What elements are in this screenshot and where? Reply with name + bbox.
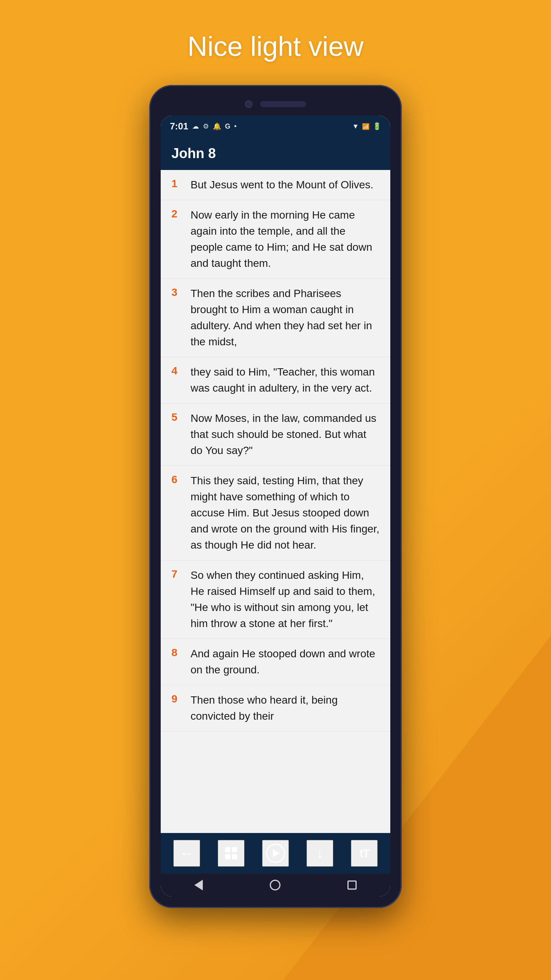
verse-item[interactable]: 5Now Moses, in the law, commanded us tha… [161, 403, 390, 466]
verse-text: And again He stooped down and wrote on t… [191, 646, 380, 678]
phone-top-bar [161, 96, 390, 116]
verse-item[interactable]: 4they said to Him, "Teacher, this woman … [161, 357, 390, 403]
wifi-icon: ▼ [352, 122, 359, 131]
camera-icon [245, 100, 253, 108]
system-nav [161, 874, 390, 897]
grid-icon [225, 847, 237, 859]
speaker-slot [260, 101, 306, 107]
settings-icon: ⚙ [203, 122, 209, 131]
notification-icon: 🔔 [213, 122, 221, 131]
verse-number: 2 [171, 207, 183, 220]
verse-text: they said to Him, "Teacher, this woman w… [191, 364, 380, 396]
verse-text: Now Moses, in the law, commanded us that… [191, 410, 380, 459]
verse-text: Now early in the morning He came again i… [191, 207, 380, 271]
font-size-icon: tT [360, 847, 369, 860]
system-recents-button[interactable] [347, 880, 357, 890]
verse-text: So when they continued asking Him, He ra… [191, 567, 380, 632]
content-area[interactable]: 1But Jesus went to the Mount of Olives.2… [161, 170, 390, 833]
verse-number: 6 [171, 473, 183, 486]
system-back-icon [194, 880, 203, 890]
verse-number: 4 [171, 364, 183, 377]
verse-item[interactable]: 2Now early in the morning He came again … [161, 200, 390, 279]
verse-text: But Jesus went to the Mount of Olives. [191, 177, 380, 193]
grid-button[interactable] [218, 840, 245, 867]
battery-icon: 🔋 [373, 122, 381, 131]
verse-item[interactable]: 1But Jesus went to the Mount of Olives. [161, 170, 390, 200]
verse-text: This they said, testing Him, that they m… [191, 473, 380, 553]
verse-item[interactable]: 7So when they continued asking Him, He r… [161, 560, 390, 639]
verse-item[interactable]: 3Then the scribes and Pharisees brought … [161, 279, 390, 357]
verse-text: Then the scribes and Pharisees brought t… [191, 286, 380, 350]
signal-icon: 📶 [362, 123, 370, 130]
chapter-title: John 8 [171, 145, 216, 161]
verse-item[interactable]: 6This they said, testing Him, that they … [161, 466, 390, 560]
status-bar: 7:01 ☁ ⚙ 🔔 G • ▼ 📶 🔋 [161, 116, 390, 137]
back-icon: ← [179, 845, 194, 862]
verse-number: 9 [171, 692, 183, 705]
verse-list: 1But Jesus went to the Mount of Olives.2… [161, 170, 390, 732]
phone-screen: 7:01 ☁ ⚙ 🔔 G • ▼ 📶 🔋 John 8 1But Jesus w… [161, 116, 390, 897]
system-home-icon [270, 880, 280, 890]
verse-item[interactable]: 9Then those who heard it, being convicte… [161, 685, 390, 732]
bottom-nav: ← ↓ tT [161, 833, 390, 874]
dot-icon: • [234, 122, 236, 131]
verse-item[interactable]: 8And again He stooped down and wrote on … [161, 639, 390, 685]
play-triangle-icon [273, 849, 280, 858]
back-button[interactable]: ← [173, 840, 200, 867]
font-size-button[interactable]: tT [351, 840, 378, 867]
app-titlebar: John 8 [161, 137, 390, 170]
verse-text: Then those who heard it, being convicted… [191, 692, 380, 724]
verse-number: 1 [171, 177, 183, 190]
g-icon: G [225, 122, 230, 131]
page-title: Nice light view [187, 31, 364, 62]
download-button[interactable]: ↓ [306, 840, 333, 867]
verse-number: 8 [171, 646, 183, 659]
play-button[interactable] [262, 840, 289, 867]
system-back-button[interactable] [194, 880, 203, 890]
verse-number: 5 [171, 410, 183, 423]
verse-number: 3 [171, 286, 183, 299]
status-left: 7:01 ☁ ⚙ 🔔 G • [170, 121, 236, 132]
verse-number: 7 [171, 567, 183, 580]
system-recents-icon [347, 880, 357, 890]
system-home-button[interactable] [270, 880, 280, 890]
play-circle-icon [266, 844, 285, 863]
download-icon: ↓ [316, 845, 323, 861]
status-right: ▼ 📶 🔋 [352, 122, 381, 131]
phone-frame: 7:01 ☁ ⚙ 🔔 G • ▼ 📶 🔋 John 8 1But Jesus w… [149, 85, 402, 908]
status-time: 7:01 [170, 121, 188, 132]
cloud-icon: ☁ [192, 122, 199, 131]
